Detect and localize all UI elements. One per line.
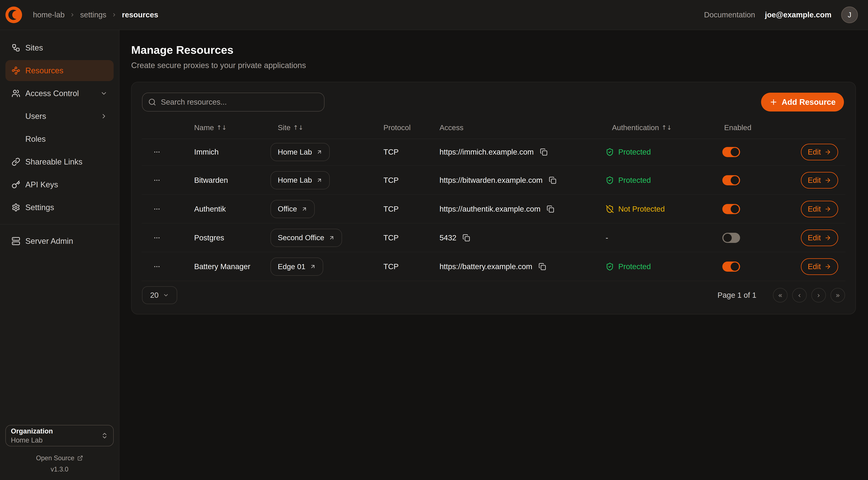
resource-protocol: TCP — [383, 166, 399, 194]
enabled-toggle[interactable] — [722, 204, 740, 214]
users-icon — [11, 89, 20, 98]
edit-button[interactable]: Edit — [801, 172, 838, 189]
resource-protocol: TCP — [383, 194, 399, 223]
previous-page-button[interactable]: ‹ — [792, 288, 807, 302]
site-link[interactable]: Office — [271, 200, 315, 218]
edit-label: Edit — [808, 234, 821, 242]
search-input[interactable] — [161, 98, 318, 107]
add-resource-button[interactable]: Add Resource — [761, 93, 844, 112]
resource-name: Authentik — [194, 194, 226, 223]
shield-off-icon — [606, 205, 614, 213]
site-name: Edge 01 — [278, 263, 305, 271]
auth-status: Protected — [606, 166, 651, 194]
column-label: Access — [439, 123, 463, 132]
sidebar-item-settings[interactable]: Settings — [5, 197, 114, 218]
breadcrumb-settings[interactable]: settings — [80, 10, 106, 19]
enabled-toggle[interactable] — [722, 233, 740, 243]
sidebar-item-users[interactable]: Users — [5, 106, 114, 127]
arrow-right-icon — [825, 177, 831, 184]
sidebar-item-shareable-links[interactable]: Shareable Links — [5, 151, 114, 172]
resource-name: Bitwarden — [194, 166, 228, 194]
breadcrumb-current: resources — [122, 10, 158, 19]
copy-icon[interactable] — [547, 205, 554, 213]
first-page-button[interactable]: « — [773, 288, 787, 302]
auth-status: Not Protected — [606, 194, 665, 223]
column-header-name[interactable]: Name ↑↓ — [194, 122, 227, 133]
page-size-select[interactable]: 20 — [142, 286, 177, 304]
sidebar-item-resources[interactable]: Resources — [5, 60, 114, 81]
resource-name: Battery Manager — [194, 252, 250, 281]
column-header-authentication[interactable]: Authentication ↑↓ — [612, 122, 672, 133]
pangolin-logo-icon[interactable] — [5, 6, 23, 24]
resource-name: Postgres — [194, 223, 224, 252]
sidebar-item-sites[interactable]: Sites — [5, 37, 114, 58]
enabled-toggle[interactable] — [722, 147, 740, 157]
site-link[interactable]: Home Lab — [271, 171, 330, 189]
documentation-link[interactable]: Documentation — [704, 10, 755, 19]
copy-icon[interactable] — [463, 234, 470, 242]
site-link[interactable]: Second Office — [271, 229, 342, 247]
resource-access-url: https://immich.example.com — [439, 148, 534, 156]
edit-button[interactable]: Edit — [801, 230, 838, 246]
add-resource-label: Add Resource — [782, 97, 836, 107]
breadcrumb-org[interactable]: home-lab — [33, 10, 65, 19]
user-email[interactable]: joe@example.com — [765, 10, 832, 19]
sidebar-item-label: Sites — [25, 43, 43, 52]
last-page-button[interactable]: » — [831, 288, 845, 302]
resources-card: Add Resource Name ↑↓ Site ↑↓ Protocol Ac… — [131, 82, 856, 314]
sidebar-item-label: Roles — [25, 134, 46, 144]
table-row: Bitwarden Home Lab TCP https://bitwarden… — [131, 166, 856, 194]
row-menu-button[interactable] — [153, 138, 160, 166]
sidebar-item-server-admin[interactable]: Server Admin — [5, 231, 114, 251]
edit-button[interactable]: Edit — [801, 201, 838, 217]
site-link[interactable]: Edge 01 — [271, 258, 323, 276]
organization-switcher[interactable]: Organization Home Lab — [5, 425, 114, 446]
row-menu-button[interactable] — [153, 252, 160, 281]
copy-icon[interactable] — [549, 177, 556, 184]
topbar-right: Documentation joe@example.com J — [704, 6, 858, 23]
open-source-link[interactable]: Open Source — [0, 454, 119, 462]
main-content: Manage Resources Create secure proxies t… — [120, 30, 868, 480]
page-title: Manage Resources — [131, 44, 856, 56]
auth-status: - — [606, 223, 608, 252]
row-menu-button[interactable] — [153, 166, 160, 194]
link-icon — [11, 157, 20, 166]
edit-button[interactable]: Edit — [801, 258, 838, 275]
enabled-toggle[interactable] — [722, 175, 740, 185]
resource-protocol: TCP — [383, 138, 399, 166]
table-row: Authentik Office TCP https://authentik.e… — [131, 194, 856, 223]
copy-icon[interactable] — [540, 148, 548, 156]
sort-icon: ↑↓ — [216, 124, 227, 131]
toggle-knob — [731, 263, 739, 271]
row-menu-button[interactable] — [153, 194, 160, 223]
site-name: Home Lab — [278, 176, 312, 184]
resource-protocol: TCP — [383, 223, 399, 252]
toggle-knob — [731, 176, 739, 184]
sidebar-item-label: Shareable Links — [25, 157, 83, 166]
edit-label: Edit — [808, 176, 821, 185]
organization-value: Home Lab — [11, 437, 53, 444]
sidebar-item-api-keys[interactable]: API Keys — [5, 174, 114, 195]
search-icon — [148, 98, 156, 106]
resource-access-url: 5432 — [439, 234, 456, 242]
sidebar-item-roles[interactable]: Roles — [5, 128, 114, 150]
sort-icon: ↑↓ — [293, 124, 304, 131]
row-menu-button[interactable] — [153, 223, 160, 252]
arrow-right-icon — [825, 149, 831, 155]
edit-button[interactable]: Edit — [801, 144, 838, 160]
waypoints-icon — [11, 66, 20, 75]
sidebar-item-label: Users — [25, 112, 46, 121]
chevron-down-icon — [163, 292, 169, 298]
enabled-toggle[interactable] — [722, 262, 740, 272]
column-header-site[interactable]: Site ↑↓ — [278, 122, 304, 133]
column-label: Enabled — [724, 123, 751, 132]
page-indicator: Page 1 of 1 — [717, 291, 756, 300]
arrow-up-right-icon — [316, 149, 322, 155]
copy-icon[interactable] — [538, 263, 546, 270]
edit-label: Edit — [808, 205, 821, 213]
page-size-value: 20 — [150, 291, 159, 300]
site-link[interactable]: Home Lab — [271, 143, 330, 161]
sidebar-item-access-control[interactable]: Access Control — [5, 83, 114, 104]
avatar[interactable]: J — [841, 6, 858, 23]
next-page-button[interactable]: › — [811, 288, 826, 302]
